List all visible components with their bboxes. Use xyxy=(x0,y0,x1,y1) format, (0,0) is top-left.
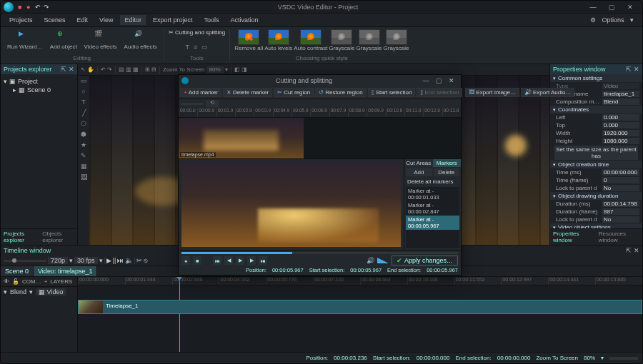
timeline-ruler[interactable]: 00:00:00:00000:00:01:44400:00:02:88800:0… xyxy=(78,277,642,285)
d-play[interactable]: ▶ xyxy=(236,256,244,265)
d-zoom-slider[interactable] xyxy=(181,103,203,105)
tl-sound[interactable]: 🔈 xyxy=(125,257,133,264)
scissor-icon[interactable]: ✂Cut region xyxy=(274,88,314,97)
d-step-back[interactable]: ◀ xyxy=(224,256,233,265)
style-auto-levels[interactable] xyxy=(268,29,289,45)
restore-icon[interactable]: ↺Restore region xyxy=(315,88,366,97)
menu-editor[interactable]: Editor xyxy=(120,15,146,25)
tab-projects-explorer[interactable]: Projects explorer xyxy=(1,229,39,245)
track-row[interactable]: ▾Blend▾ ▦ Video xyxy=(1,287,77,297)
d-skip-back[interactable]: ⏮ xyxy=(213,256,221,265)
ctool-group[interactable]: ⊞ xyxy=(145,66,150,73)
tl-tab-scene[interactable]: Scene 0 xyxy=(1,266,34,276)
prop-row[interactable]: Left0.000 xyxy=(550,113,642,121)
menu-export[interactable]: Export project xyxy=(149,15,197,25)
vtool-2[interactable]: ○ xyxy=(78,88,89,98)
tool-icon-1[interactable]: T xyxy=(186,44,190,51)
add-object-button[interactable]: ⊕Add object xyxy=(48,29,79,51)
style-grayscale-1[interactable] xyxy=(331,29,352,45)
video-effects-button[interactable]: 🎬Video effects xyxy=(82,29,119,51)
prop-section[interactable]: Coordinates xyxy=(550,106,642,113)
ctool-pointer[interactable]: ↖ xyxy=(81,66,86,73)
d-skip-fwd[interactable]: ⏭ xyxy=(259,256,267,265)
tl-res[interactable]: 720p xyxy=(48,257,68,264)
ctool-hand[interactable]: ✋ xyxy=(87,66,94,73)
dialog-minimize[interactable]: — xyxy=(419,77,432,84)
tl-play[interactable] xyxy=(106,257,111,264)
ctool-redo[interactable]: ↷ xyxy=(107,66,112,73)
ctool-more-2[interactable]: ◨ xyxy=(241,66,247,73)
prop-row[interactable]: Time (ms)00:00:00.000 xyxy=(550,168,642,176)
tl-split[interactable]: ⎋ xyxy=(144,257,147,264)
image-icon[interactable]: 🖼Export Image… xyxy=(465,88,519,97)
prop-row[interactable]: Duration (ms)00:00:14.798 xyxy=(550,200,642,208)
prop-row[interactable]: Composition modeBlend xyxy=(550,98,642,106)
vtool-9[interactable]: ▦ xyxy=(78,163,89,173)
prop-pin-icon[interactable]: ⇱ ✕ xyxy=(626,66,639,73)
ctool-align-3[interactable]: ▦ xyxy=(133,66,139,73)
prop-row[interactable]: Top0.000 xyxy=(550,121,642,129)
vtool-4[interactable]: ╱ xyxy=(78,109,89,119)
menu-view[interactable]: View xyxy=(95,15,117,25)
playhead[interactable] xyxy=(179,277,180,352)
tl-prev[interactable]: || xyxy=(113,257,116,264)
tree-scene[interactable]: ▸▦Scene 0 xyxy=(4,86,74,94)
prop-row[interactable]: Duration (frame)887 xyxy=(550,208,642,216)
prop-row[interactable]: Height1080.000 xyxy=(550,137,642,145)
project-tree[interactable]: ▾▣Project ▸▦Scene 0 xyxy=(1,74,77,228)
audio-effects-button[interactable]: 🔊Audio effects xyxy=(122,29,159,51)
zoom-value[interactable]: 80% xyxy=(206,66,224,73)
marker-delete-button[interactable]: Delete xyxy=(434,168,460,176)
menu-tools[interactable]: Tools xyxy=(199,15,223,25)
d-step-fwd[interactable]: ▶ xyxy=(247,256,256,265)
vtool-7[interactable]: ★ xyxy=(78,141,89,151)
prop-row[interactable]: Time (frame)0 xyxy=(550,176,642,184)
vtool-3[interactable]: T xyxy=(78,98,89,108)
tab-markers[interactable]: Markers xyxy=(433,159,462,167)
vtool-8[interactable]: ✎ xyxy=(78,152,89,162)
tab-properties[interactable]: Properties window xyxy=(550,229,596,245)
plus-icon[interactable]: +Add marker xyxy=(180,88,221,97)
style-grayscale-3[interactable] xyxy=(386,29,407,45)
style-grayscale-2[interactable] xyxy=(359,29,380,45)
dialog-seekbar[interactable] xyxy=(181,252,458,254)
delete-all-markers[interactable]: Delete all markers xyxy=(404,178,461,186)
prop-action-button[interactable]: Set the same size as the parent has xyxy=(554,146,638,160)
d-vol-icon[interactable]: 🔊 xyxy=(367,257,374,264)
video-clip[interactable]: Timelapse_1 xyxy=(78,300,642,314)
tl-cut[interactable]: ✂ xyxy=(136,257,142,264)
menu-options[interactable]: ⚙ Options ▾ xyxy=(586,15,638,25)
eye-icon[interactable]: 👁 xyxy=(4,278,9,285)
menu-projects[interactable]: Projects xyxy=(5,15,37,25)
vtool-1[interactable]: ▭ xyxy=(78,77,89,87)
dialog-ruler[interactable]: 00:00.000:00.900:01.900:02.900:03.900:04… xyxy=(179,108,461,118)
prop-section[interactable]: Object drawing duration xyxy=(550,192,642,200)
dialog-close[interactable]: ✕ xyxy=(445,77,458,84)
add-layer-icon[interactable]: + xyxy=(44,278,48,285)
menu-edit[interactable]: Edit xyxy=(73,15,93,25)
maximize-button[interactable]: ▢ xyxy=(602,4,621,11)
minimize-button[interactable]: — xyxy=(584,4,602,11)
close-button[interactable]: ✕ xyxy=(621,4,639,11)
marker-item[interactable]: Marker at - 00:00:01.033 xyxy=(406,187,459,201)
prop-row[interactable]: Lock to parent dNo xyxy=(550,216,642,223)
marker-item[interactable]: Marker at - 00:00:05.967 xyxy=(406,216,459,230)
tab-resources[interactable]: Resources window xyxy=(596,229,642,245)
ctool-align-1[interactable]: ▤ xyxy=(119,66,124,73)
ctool-more-1[interactable]: ◧ xyxy=(234,66,240,73)
zoom-dropdown-icon[interactable]: ▾ xyxy=(225,66,228,73)
ctool-undo[interactable]: ↶ xyxy=(101,66,106,73)
timeline-zoom-slider[interactable] xyxy=(4,260,46,262)
quick-access-toolbar[interactable]: ■●↶↷ xyxy=(18,4,52,11)
prop-row[interactable]: Width1920.000 xyxy=(550,129,642,137)
d-volume[interactable] xyxy=(377,258,389,263)
prop-section[interactable]: Common settings xyxy=(550,74,642,82)
prop-row[interactable]: Lock to parent dNo xyxy=(550,184,642,192)
menu-scenes[interactable]: Scenes xyxy=(40,15,70,25)
tl-tab-video[interactable]: Video: timelapse_1 xyxy=(34,266,97,276)
menu-activation[interactable]: Activation xyxy=(226,15,262,25)
ctool-ungroup[interactable]: ⊟ xyxy=(151,66,156,73)
audio-icon[interactable]: 🔊Export Audio… xyxy=(521,88,574,97)
panel-pin-icon[interactable]: ⇱ ✕ xyxy=(61,66,74,73)
tool-icon-3[interactable]: ▭ xyxy=(201,44,208,51)
